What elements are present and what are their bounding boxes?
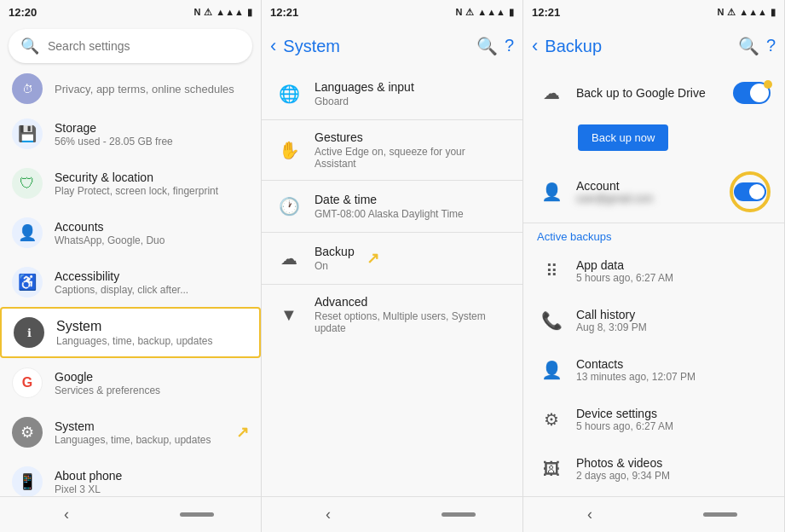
search-icon-backup[interactable]: 🔍	[738, 36, 759, 56]
system-active-text: System Languages, time, backup, updates	[56, 319, 247, 347]
help-icon-system[interactable]: ?	[505, 36, 514, 56]
battery-icon: ▮	[247, 7, 252, 18]
active-backups-header: Active backups	[523, 223, 784, 246]
system-item-languages[interactable]: 🌐 Languages & input Gboard	[262, 68, 522, 119]
storage-icon: 💾	[12, 119, 43, 149]
backup-scroll: ☁ Back up to Google Drive Back up now 👤 …	[523, 68, 784, 496]
system-active-subtitle: Languages, time, backup, updates	[56, 335, 247, 347]
advanced-sub: Reset options, Multiple users, System up…	[315, 310, 509, 334]
advanced-icon: ▼	[275, 301, 303, 328]
languages-title: Languages & input	[315, 80, 414, 94]
header-backup: ‹ Backup 🔍 ?	[523, 24, 784, 68]
backup-icon: ☁	[275, 245, 303, 272]
nav-back-1[interactable]: ‹	[47, 499, 86, 530]
partial-text: Privacy, app terms, online schedules	[55, 83, 249, 95]
settings-item-security[interactable]: 🛡 Security & location Play Protect, scre…	[0, 159, 261, 208]
system-header-icons: 🔍 ?	[476, 36, 514, 56]
accessibility-subtitle: Captions, display, click after...	[55, 284, 249, 296]
system-item-datetime[interactable]: 🕐 Date & time GMT-08:00 Alaska Daylight …	[262, 181, 522, 232]
storage-title: Storage	[55, 121, 249, 135]
settings-item-about[interactable]: 📱 About phone Pixel 3 XL	[0, 457, 261, 496]
gestures-title: Gestures	[315, 130, 509, 144]
settings-item-accounts[interactable]: 👤 Accounts WhatsApp, Google, Duo	[0, 208, 261, 257]
app-data-sub: 5 hours ago, 6:27 AM	[576, 272, 771, 284]
languages-sub: Gboard	[315, 95, 414, 107]
device-settings-sub: 5 hours ago, 6:27 AM	[576, 420, 771, 432]
backup-account-item[interactable]: 👤 Account user@gmail.com	[523, 161, 784, 223]
system2-arrow: ↗	[236, 423, 249, 442]
backup-text: Backup On	[315, 245, 355, 272]
about-text: About phone Pixel 3 XL	[55, 469, 249, 495]
nav-home-1[interactable]	[180, 512, 214, 517]
backup-photos[interactable]: 🖼 Photos & videos 2 days ago, 9:34 PM	[523, 444, 784, 494]
settings-item-storage[interactable]: 💾 Storage 56% used - 28.05 GB free	[0, 109, 261, 159]
header-system: ‹ System 🔍 ?	[262, 24, 522, 68]
system-item-advanced[interactable]: ▼ Advanced Reset options, Multiple users…	[262, 285, 522, 344]
back-button-system[interactable]: ‹	[270, 35, 276, 57]
backup-app-data[interactable]: ⠿ App data 5 hours ago, 6:27 AM	[523, 246, 784, 296]
system-page-title: System	[283, 37, 470, 56]
backup-call-history[interactable]: 📞 Call history Aug 8, 3:09 PM	[523, 296, 784, 345]
backup-now-button[interactable]: Back up now	[578, 124, 668, 151]
nav-home-2[interactable]	[442, 512, 476, 517]
call-history-icon: 📞	[537, 306, 566, 335]
nav-bar-1: ‹	[0, 496, 261, 532]
settings-item-system-active[interactable]: ℹ System Languages, time, backup, update…	[0, 307, 261, 358]
accessibility-icon: ♿	[12, 267, 43, 298]
account-toggle-inner[interactable]	[734, 182, 766, 201]
gestures-sub: Active Edge on, squeeze for your Assista…	[315, 146, 509, 170]
backup-title: Backup	[315, 245, 355, 258]
backup-contacts[interactable]: 👤 Contacts 13 minutes ago, 12:07 PM	[523, 345, 784, 395]
accounts-text: Accounts WhatsApp, Google, Duo	[55, 220, 249, 246]
advanced-title: Advanced	[315, 295, 509, 309]
panel-backup: 12:21 N ⚠ ▲▲▲ ▮ ‹ Backup 🔍 ? ☁ Back up t…	[523, 0, 785, 532]
back-button-backup[interactable]: ‹	[532, 35, 538, 57]
app-data-icon: ⠿	[537, 257, 566, 286]
signal-icon: ▲▲▲	[216, 7, 244, 17]
partial-title: Privacy, app terms, online schedules	[55, 83, 249, 95]
datetime-text: Date & time GMT-08:00 Alaska Daylight Ti…	[315, 193, 464, 220]
accounts-icon: 👤	[12, 217, 43, 248]
security-text: Security & location Play Protect, screen…	[55, 171, 249, 197]
search-bar[interactable]: 🔍	[9, 29, 252, 63]
battery-icon-3: ▮	[771, 7, 776, 18]
status-bar-2: 12:21 N ⚠ ▲▲▲ ▮	[262, 0, 522, 24]
backup-arrow: ↗	[367, 249, 379, 268]
backup-drive-item[interactable]: ☁ Back up to Google Drive	[523, 68, 784, 118]
photos-text: Photos & videos 2 days ago, 9:34 PM	[576, 456, 771, 482]
storage-subtitle: 56% used - 28.05 GB free	[55, 136, 249, 147]
account-icon: 👤	[537, 177, 566, 206]
signal-icon-2: ▲▲▲	[477, 7, 505, 17]
system2-title: System	[55, 419, 224, 433]
settings-item-accessibility[interactable]: ♿ Accessibility Captions, display, click…	[0, 257, 261, 307]
security-subtitle: Play Protect, screen lock, fingerprint	[55, 185, 249, 197]
nav-back-2[interactable]: ‹	[309, 499, 348, 530]
time-2: 12:21	[270, 6, 298, 19]
languages-icon: 🌐	[275, 80, 303, 107]
security-icon: 🛡	[12, 168, 43, 199]
accounts-title: Accounts	[55, 220, 249, 234]
account-text: Account user@gmail.com	[576, 179, 719, 205]
call-history-text: Call history Aug 8, 3:09 PM	[576, 308, 771, 333]
search-icon-system[interactable]: 🔍	[476, 36, 498, 56]
backup-device-settings[interactable]: ⚙ Device settings 5 hours ago, 6:27 AM	[523, 395, 784, 444]
nav-home-3[interactable]	[703, 512, 737, 517]
help-icon-backup[interactable]: ?	[766, 36, 776, 56]
nav-back-3[interactable]: ‹	[570, 499, 609, 530]
backup-now-wrap: Back up now	[523, 118, 784, 161]
settings-item-google[interactable]: G Google Services & preferences	[0, 358, 261, 408]
app-data-title: App data	[576, 258, 771, 272]
system-item-gestures[interactable]: ✋ Gestures Active Edge on, squeeze for y…	[262, 120, 522, 180]
accessibility-text: Accessibility Captions, display, click a…	[55, 269, 249, 296]
device-settings-icon: ⚙	[537, 405, 566, 434]
google-subtitle: Services & preferences	[55, 385, 249, 396]
drive-text: Back up to Google Drive	[576, 86, 723, 100]
call-history-sub: Aug 8, 3:09 PM	[576, 321, 771, 333]
settings-item-system2[interactable]: ⚙ System Languages, time, backup, update…	[0, 408, 261, 457]
system-item-backup[interactable]: ☁ Backup On ↗	[262, 233, 522, 284]
drive-icon: ☁	[537, 78, 566, 107]
search-input[interactable]	[48, 39, 240, 53]
photos-sub: 2 days ago, 9:34 PM	[576, 470, 771, 482]
drive-toggle-wrap	[733, 82, 771, 104]
account-label: Account	[576, 179, 719, 193]
